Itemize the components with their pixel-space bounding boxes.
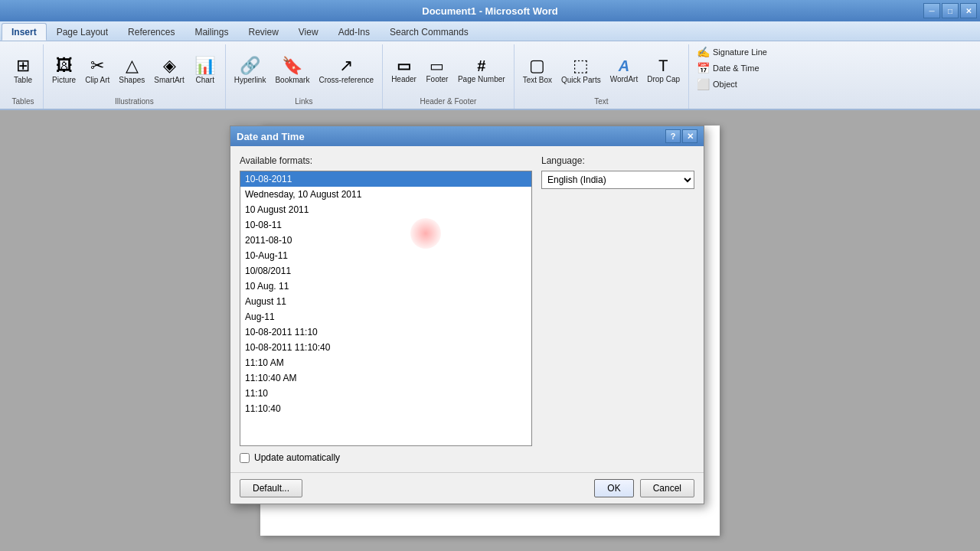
dialog-overlay: Date and Time ? ✕ Available formats: 10-… [0, 110, 980, 551]
language-select[interactable]: English (India) English (US) English (UK… [541, 171, 694, 189]
clip-art-icon: ✂ [90, 57, 104, 74]
wordart-button[interactable]: A WordArt [606, 56, 642, 86]
drop-cap-label: Drop Cap [647, 75, 680, 84]
shapes-label: Shapes [119, 76, 145, 85]
format-item-13[interactable]: 11:10:40 AM [240, 370, 531, 386]
cross-reference-button[interactable]: ↗ Cross-reference [315, 55, 377, 87]
format-item-11[interactable]: 10-08-2011 11:10:40 [240, 340, 531, 355]
format-item-0[interactable]: 10-08-2011 [240, 171, 531, 187]
drop-cap-button[interactable]: Ꭲ Drop Cap [643, 56, 684, 86]
title-bar: Document1 - Microsoft Word ─ □ ✕ [0, 0, 980, 21]
quick-parts-button[interactable]: ⬚ Quick Parts [557, 55, 605, 87]
language-label: Language: [541, 155, 694, 166]
format-item-2[interactable]: 10 August 2011 [240, 202, 531, 217]
shapes-icon: △ [126, 57, 139, 74]
footer-icon: ▭ [430, 58, 444, 73]
signature-icon: ✍ [697, 46, 710, 58]
smartart-button[interactable]: ◈ SmartArt [150, 55, 188, 87]
format-item-14[interactable]: 11:10 [240, 386, 531, 401]
default-button[interactable]: Default... [240, 479, 302, 497]
date-time-label: Date & Time [713, 64, 760, 73]
format-item-12[interactable]: 11:10 AM [240, 355, 531, 370]
page-number-button[interactable]: # Page Number [454, 56, 509, 86]
smartart-icon: ◈ [163, 57, 176, 74]
header-icon: ▭ [397, 58, 411, 73]
header-label: Header [391, 75, 416, 84]
tab-mailings[interactable]: Mailings [185, 23, 238, 41]
ribbon: ⊞ Table Tables 🖼 Picture ✂ Clip Art △ Sh… [0, 41, 980, 110]
tab-search-commands[interactable]: Search Commands [380, 23, 479, 41]
format-item-5[interactable]: 10-Aug-11 [240, 248, 531, 263]
minimize-button[interactable]: ─ [923, 3, 940, 18]
update-auto-row: Update automatically [240, 452, 694, 463]
formats-list[interactable]: 10-08-2011 Wednesday, 10 August 2011 10 … [240, 171, 532, 446]
ribbon-group-header-footer: ▭ Header ▭ Footer # Page Number Header &… [383, 44, 514, 109]
format-item-10[interactable]: 10-08-2011 11:10 [240, 324, 531, 340]
title-bar-buttons: ─ □ ✕ [923, 3, 977, 18]
dialog-main-row: Available formats: 10-08-2011 Wednesday,… [240, 155, 694, 446]
tables-group-label: Tables [12, 97, 34, 107]
date-time-button[interactable]: 📅 Date & Time [694, 60, 763, 76]
update-auto-label[interactable]: Update automatically [254, 452, 340, 463]
tab-insert[interactable]: Insert [2, 23, 47, 41]
date-time-icon: 📅 [697, 62, 710, 74]
format-item-4[interactable]: 2011-08-10 [240, 233, 531, 248]
picture-button[interactable]: 🖼 Picture [48, 55, 80, 87]
hyperlink-button[interactable]: 🔗 Hyperlink [230, 55, 270, 87]
dialog-left-panel: Available formats: 10-08-2011 Wednesday,… [240, 155, 532, 446]
dialog-close-button[interactable]: ✕ [682, 129, 697, 143]
text-box-button[interactable]: ▢ Text Box [519, 55, 556, 87]
document-area[interactable]: 10-08-2011 10th August 2011 Date and Tim… [0, 110, 980, 551]
clip-art-button[interactable]: ✂ Clip Art [81, 55, 113, 87]
object-button[interactable]: ⬜ Object [694, 77, 740, 92]
signature-line-button[interactable]: ✍ Signature Line [694, 44, 770, 60]
format-item-15[interactable]: 11:10:40 [240, 401, 531, 416]
bookmark-icon: 🔖 [282, 57, 302, 74]
drop-cap-icon: Ꭲ [659, 58, 668, 73]
update-auto-checkbox[interactable] [240, 453, 250, 463]
header-button[interactable]: ▭ Header [387, 56, 420, 86]
dialog-footer-right: OK Cancel [594, 479, 694, 497]
formats-label: Available formats: [240, 155, 532, 166]
hyperlink-label: Hyperlink [234, 76, 266, 85]
quick-parts-label: Quick Parts [561, 76, 601, 85]
table-icon: ⊞ [16, 57, 30, 74]
dialog-content: Available formats: 10-08-2011 Wednesday,… [230, 146, 704, 472]
cross-reference-icon: ↗ [339, 57, 353, 74]
table-label: Table [14, 76, 32, 85]
bookmark-button[interactable]: 🔖 Bookmark [271, 55, 313, 87]
ribbon-group-tables: ⊞ Table Tables [3, 44, 44, 109]
table-button[interactable]: ⊞ Table [8, 55, 38, 87]
page-number-icon: # [477, 58, 485, 73]
tab-references[interactable]: References [118, 23, 185, 41]
chart-button[interactable]: 📊 Chart [190, 55, 220, 87]
footer-button[interactable]: ▭ Footer [422, 56, 452, 86]
format-item-6[interactable]: 10/08/2011 [240, 263, 531, 279]
chart-label: Chart [196, 76, 214, 85]
format-item-8[interactable]: August 11 [240, 294, 531, 309]
maximize-button[interactable]: □ [942, 3, 959, 18]
dialog-title-buttons: ? ✕ [665, 129, 697, 143]
dialog-help-button[interactable]: ? [665, 129, 681, 143]
tab-addins[interactable]: Add-Ins [328, 23, 380, 41]
format-item-7[interactable]: 10 Aug. 11 [240, 279, 531, 294]
tab-view[interactable]: View [289, 23, 328, 41]
close-button[interactable]: ✕ [960, 3, 977, 18]
title-text: Document1 - Microsoft Word [422, 5, 557, 17]
cancel-button[interactable]: Cancel [640, 479, 694, 497]
smartart-label: SmartArt [154, 76, 184, 85]
format-item-1[interactable]: Wednesday, 10 August 2011 [240, 187, 531, 202]
tab-review[interactable]: Review [238, 23, 288, 41]
ribbon-tabs: Insert Page Layout References Mailings R… [0, 21, 980, 41]
wordart-icon: A [619, 58, 629, 73]
hyperlink-icon: 🔗 [240, 57, 260, 74]
text-box-icon: ▢ [529, 57, 545, 74]
shapes-button[interactable]: △ Shapes [115, 55, 149, 87]
picture-icon: 🖼 [56, 57, 73, 74]
format-item-9[interactable]: Aug-11 [240, 309, 531, 324]
tab-page-layout[interactable]: Page Layout [47, 23, 118, 41]
chart-icon: 📊 [194, 57, 215, 74]
ribbon-group-illustrations: 🖼 Picture ✂ Clip Art △ Shapes ◈ SmartArt… [44, 44, 226, 109]
format-item-3[interactable]: 10-08-11 [240, 217, 531, 233]
ok-button[interactable]: OK [594, 479, 633, 497]
